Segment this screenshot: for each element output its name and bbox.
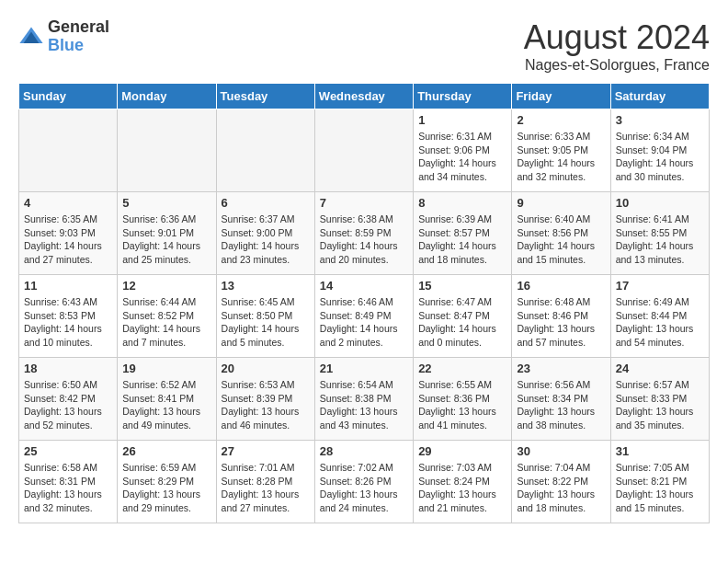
logo-icon bbox=[18, 24, 44, 50]
day-info: Sunrise: 6:43 AMSunset: 8:53 PMDaylight:… bbox=[24, 295, 112, 350]
calendar-cell: 13Sunrise: 6:45 AMSunset: 8:50 PMDayligh… bbox=[216, 275, 314, 358]
day-info: Sunrise: 6:44 AMSunset: 8:52 PMDaylight:… bbox=[122, 295, 210, 350]
day-number: 24 bbox=[616, 362, 704, 375]
calendar-cell: 15Sunrise: 6:47 AMSunset: 8:47 PMDayligh… bbox=[414, 275, 512, 358]
day-number: 12 bbox=[122, 279, 210, 293]
day-number: 14 bbox=[320, 279, 408, 293]
day-info: Sunrise: 6:47 AMSunset: 8:47 PMDaylight:… bbox=[418, 295, 506, 350]
calendar-cell bbox=[314, 109, 413, 192]
logo-general-text: General bbox=[48, 18, 109, 37]
weekday-header-sunday: Sunday bbox=[19, 84, 118, 109]
day-info: Sunrise: 6:37 AMSunset: 9:00 PMDaylight:… bbox=[222, 213, 310, 267]
title-area: August 2024 Nages-et-Solorgues, France bbox=[524, 18, 710, 74]
day-number: 2 bbox=[517, 113, 605, 127]
day-info: Sunrise: 6:45 AMSunset: 8:50 PMDaylight:… bbox=[222, 295, 310, 350]
weekday-header-wednesday: Wednesday bbox=[314, 84, 413, 109]
day-number: 13 bbox=[222, 279, 310, 293]
day-info: Sunrise: 6:56 AMSunset: 8:34 PMDaylight:… bbox=[517, 378, 605, 432]
day-number: 15 bbox=[418, 279, 506, 293]
calendar-cell: 21Sunrise: 6:54 AMSunset: 8:38 PMDayligh… bbox=[314, 358, 413, 441]
calendar-week-1: 1Sunrise: 6:31 AMSunset: 9:06 PMDaylight… bbox=[19, 109, 710, 192]
day-info: Sunrise: 6:41 AMSunset: 8:55 PMDaylight:… bbox=[616, 213, 704, 267]
logo: General Blue bbox=[18, 18, 109, 55]
day-number: 9 bbox=[517, 196, 605, 210]
day-info: Sunrise: 6:46 AMSunset: 8:49 PMDaylight:… bbox=[320, 295, 408, 350]
day-info: Sunrise: 6:54 AMSunset: 8:38 PMDaylight:… bbox=[320, 378, 408, 432]
day-number: 23 bbox=[517, 362, 605, 375]
calendar-table: SundayMondayTuesdayWednesdayThursdayFrid… bbox=[18, 83, 710, 523]
location: Nages-et-Solorgues, France bbox=[524, 57, 710, 74]
calendar-cell: 5Sunrise: 6:36 AMSunset: 9:01 PMDaylight… bbox=[118, 192, 216, 275]
day-number: 30 bbox=[517, 444, 605, 458]
day-info: Sunrise: 6:31 AMSunset: 9:06 PMDaylight:… bbox=[418, 130, 506, 184]
calendar-cell: 10Sunrise: 6:41 AMSunset: 8:55 PMDayligh… bbox=[610, 192, 709, 275]
day-number: 11 bbox=[24, 279, 112, 293]
calendar-cell: 2Sunrise: 6:33 AMSunset: 9:05 PMDaylight… bbox=[512, 109, 610, 192]
calendar-cell: 28Sunrise: 7:02 AMSunset: 8:26 PMDayligh… bbox=[314, 441, 413, 523]
calendar-week-2: 4Sunrise: 6:35 AMSunset: 9:03 PMDaylight… bbox=[19, 192, 710, 275]
day-number: 28 bbox=[320, 444, 408, 458]
day-info: Sunrise: 6:55 AMSunset: 8:36 PMDaylight:… bbox=[418, 378, 506, 432]
day-number: 7 bbox=[320, 196, 408, 210]
calendar-cell: 11Sunrise: 6:43 AMSunset: 8:53 PMDayligh… bbox=[19, 275, 118, 358]
logo-text: General Blue bbox=[48, 18, 109, 55]
day-number: 20 bbox=[222, 362, 310, 375]
day-number: 21 bbox=[320, 362, 408, 375]
day-info: Sunrise: 7:05 AMSunset: 8:21 PMDaylight:… bbox=[616, 461, 704, 515]
calendar-cell: 23Sunrise: 6:56 AMSunset: 8:34 PMDayligh… bbox=[512, 358, 610, 441]
day-info: Sunrise: 6:36 AMSunset: 9:01 PMDaylight:… bbox=[122, 213, 210, 267]
day-info: Sunrise: 6:50 AMSunset: 8:42 PMDaylight:… bbox=[24, 378, 112, 432]
calendar-cell: 18Sunrise: 6:50 AMSunset: 8:42 PMDayligh… bbox=[19, 358, 118, 441]
calendar-cell: 22Sunrise: 6:55 AMSunset: 8:36 PMDayligh… bbox=[414, 358, 512, 441]
calendar-cell: 12Sunrise: 6:44 AMSunset: 8:52 PMDayligh… bbox=[118, 275, 216, 358]
calendar-cell: 1Sunrise: 6:31 AMSunset: 9:06 PMDaylight… bbox=[414, 109, 512, 192]
day-number: 26 bbox=[122, 444, 210, 458]
weekday-header-thursday: Thursday bbox=[414, 84, 512, 109]
calendar-cell: 25Sunrise: 6:58 AMSunset: 8:31 PMDayligh… bbox=[19, 441, 118, 523]
calendar-cell: 31Sunrise: 7:05 AMSunset: 8:21 PMDayligh… bbox=[610, 441, 709, 523]
day-info: Sunrise: 6:58 AMSunset: 8:31 PMDaylight:… bbox=[24, 461, 112, 515]
day-info: Sunrise: 6:39 AMSunset: 8:57 PMDaylight:… bbox=[418, 213, 506, 267]
header: General Blue August 2024 Nages-et-Solorg… bbox=[18, 18, 710, 74]
calendar-cell: 14Sunrise: 6:46 AMSunset: 8:49 PMDayligh… bbox=[314, 275, 413, 358]
day-number: 31 bbox=[616, 444, 704, 458]
day-info: Sunrise: 6:57 AMSunset: 8:33 PMDaylight:… bbox=[616, 378, 704, 432]
logo-blue-text: Blue bbox=[48, 37, 109, 55]
weekday-header-saturday: Saturday bbox=[610, 84, 709, 109]
calendar-cell: 9Sunrise: 6:40 AMSunset: 8:56 PMDaylight… bbox=[512, 192, 610, 275]
day-info: Sunrise: 7:02 AMSunset: 8:26 PMDaylight:… bbox=[320, 461, 408, 515]
calendar-cell: 6Sunrise: 6:37 AMSunset: 9:00 PMDaylight… bbox=[216, 192, 314, 275]
day-info: Sunrise: 6:33 AMSunset: 9:05 PMDaylight:… bbox=[517, 130, 605, 184]
weekday-header-tuesday: Tuesday bbox=[216, 84, 314, 109]
day-info: Sunrise: 6:59 AMSunset: 8:29 PMDaylight:… bbox=[122, 461, 210, 515]
day-info: Sunrise: 7:04 AMSunset: 8:22 PMDaylight:… bbox=[517, 461, 605, 515]
calendar-cell: 27Sunrise: 7:01 AMSunset: 8:28 PMDayligh… bbox=[216, 441, 314, 523]
calendar-cell bbox=[19, 109, 118, 192]
day-number: 22 bbox=[418, 362, 506, 375]
day-number: 17 bbox=[616, 279, 704, 293]
day-info: Sunrise: 6:48 AMSunset: 8:46 PMDaylight:… bbox=[517, 295, 605, 350]
day-number: 29 bbox=[418, 444, 506, 458]
calendar-cell: 30Sunrise: 7:04 AMSunset: 8:22 PMDayligh… bbox=[512, 441, 610, 523]
day-number: 4 bbox=[24, 196, 112, 210]
calendar-cell: 7Sunrise: 6:38 AMSunset: 8:59 PMDaylight… bbox=[314, 192, 413, 275]
calendar-cell: 29Sunrise: 7:03 AMSunset: 8:24 PMDayligh… bbox=[414, 441, 512, 523]
day-number: 8 bbox=[418, 196, 506, 210]
calendar-week-5: 25Sunrise: 6:58 AMSunset: 8:31 PMDayligh… bbox=[19, 441, 710, 523]
day-info: Sunrise: 6:53 AMSunset: 8:39 PMDaylight:… bbox=[222, 378, 310, 432]
calendar-cell: 20Sunrise: 6:53 AMSunset: 8:39 PMDayligh… bbox=[216, 358, 314, 441]
calendar-cell: 17Sunrise: 6:49 AMSunset: 8:44 PMDayligh… bbox=[610, 275, 709, 358]
day-number: 19 bbox=[122, 362, 210, 375]
day-info: Sunrise: 6:52 AMSunset: 8:41 PMDaylight:… bbox=[122, 378, 210, 432]
weekday-header-monday: Monday bbox=[118, 84, 216, 109]
day-info: Sunrise: 7:01 AMSunset: 8:28 PMDaylight:… bbox=[222, 461, 310, 515]
calendar-cell: 4Sunrise: 6:35 AMSunset: 9:03 PMDaylight… bbox=[19, 192, 118, 275]
day-number: 5 bbox=[122, 196, 210, 210]
day-number: 3 bbox=[616, 113, 704, 127]
calendar-cell: 8Sunrise: 6:39 AMSunset: 8:57 PMDaylight… bbox=[414, 192, 512, 275]
day-number: 25 bbox=[24, 444, 112, 458]
day-number: 18 bbox=[24, 362, 112, 375]
day-number: 16 bbox=[517, 279, 605, 293]
day-info: Sunrise: 6:35 AMSunset: 9:03 PMDaylight:… bbox=[24, 213, 112, 267]
calendar-cell: 16Sunrise: 6:48 AMSunset: 8:46 PMDayligh… bbox=[512, 275, 610, 358]
